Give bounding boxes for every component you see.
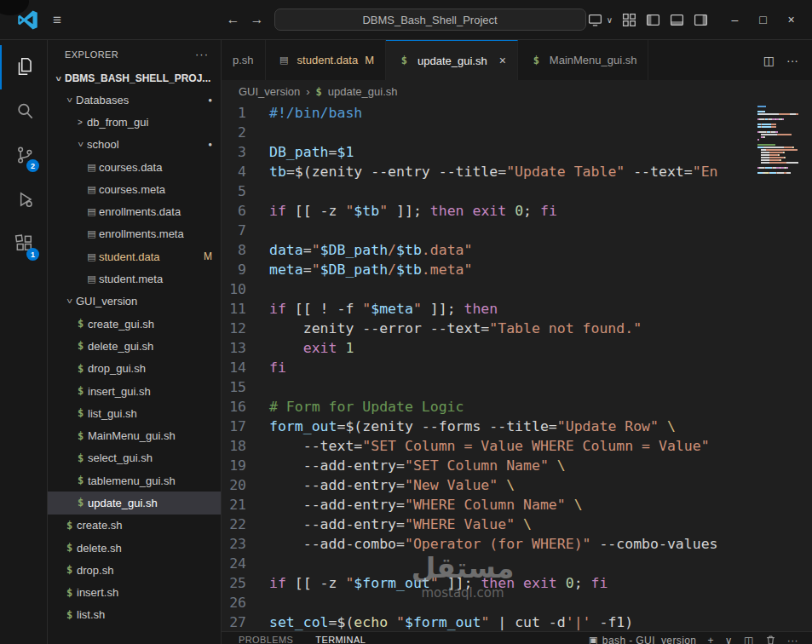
shell-icon: $ <box>73 497 88 509</box>
explorer-root-folder[interactable]: > DBMS_BASH_SHELL_PROJ... <box>48 68 221 89</box>
explorer-item-student.data[interactable]: ▤student.dataM <box>48 245 221 267</box>
breadcrumb-item-folder[interactable]: GUI_version <box>239 85 300 98</box>
explorer-item-drop_gui.sh[interactable]: $drop_gui.sh <box>48 358 221 380</box>
maximize-button[interactable]: □ <box>749 9 777 31</box>
explorer-item-db_from_gui[interactable]: >db_from_gui <box>48 111 221 133</box>
chevron-down-icon[interactable]: ∨ <box>607 15 613 25</box>
activity-run-debug-button[interactable] <box>0 178 47 222</box>
code-line: 11if [[ ! -f "$meta" ]]; then <box>222 299 756 319</box>
tab-terminal[interactable]: TERMINAL <box>315 635 366 644</box>
activity-explorer-button[interactable] <box>0 45 47 89</box>
explorer-item-Databases[interactable]: >Databases● <box>48 89 221 111</box>
chevron-down-icon: > <box>65 93 74 106</box>
close-button[interactable]: × <box>777 9 805 31</box>
tab-problems[interactable]: PROBLEMS <box>239 635 293 644</box>
tree-item-label: update_gui.sh <box>88 497 158 509</box>
explorer-item-enrollments.data[interactable]: ▤enrollments.data <box>48 200 221 222</box>
explorer-item-courses.data[interactable]: ▤courses.data <box>48 156 221 178</box>
line-number: 15 <box>222 377 269 397</box>
explorer-item-delete_gui.sh[interactable]: $delete_gui.sh <box>48 335 221 357</box>
window-controls: – □ × <box>721 9 805 31</box>
explorer-item-list.sh[interactable]: $list.sh <box>48 604 221 626</box>
more-actions-icon[interactable]: ··· <box>786 54 798 67</box>
command-center-search[interactable]: DBMS_Bash_Shell_Project <box>274 9 586 31</box>
shell-icon: $ <box>73 363 88 375</box>
line-number: 12 <box>222 319 269 338</box>
tree-item-label: db_from_gui <box>87 116 148 129</box>
explorer-item-drop.sh[interactable]: $drop.sh <box>48 559 221 581</box>
breadcrumb-separator: › <box>306 85 309 98</box>
new-terminal-icon[interactable]: + <box>707 635 713 644</box>
explorer-item-update_gui.sh[interactable]: $update_gui.sh <box>48 492 221 514</box>
explorer-item-insert.sh[interactable]: $insert.sh <box>48 582 221 604</box>
code-line: 24 <box>222 554 756 573</box>
code-line: 21 --add-entry="WHERE Column Name" \ <box>222 495 756 515</box>
activity-extensions-button[interactable]: 1 <box>0 222 47 267</box>
tab-student.data[interactable]: ▤student.dataM <box>266 40 386 80</box>
shell-icon: $ <box>62 587 77 599</box>
explorer-item-insert_gui.sh[interactable]: $insert_gui.sh <box>48 380 221 402</box>
terminal-icon: ▣ <box>589 635 598 644</box>
close-icon[interactable]: × <box>499 54 506 67</box>
forward-arrow-icon[interactable]: → <box>251 12 264 27</box>
chevron-right-icon: > <box>73 118 87 127</box>
line-number: 2 <box>222 123 269 142</box>
explorer-item-GUI_version[interactable]: >GUI_version <box>48 290 221 313</box>
explorer-item-courses.meta[interactable]: ▤courses.meta <box>48 178 221 200</box>
line-number: 18 <box>222 436 269 456</box>
tab-p.sh[interactable]: p.sh <box>222 40 266 80</box>
file-tree: >Databases●>db_from_gui>school●▤courses.… <box>48 89 221 644</box>
code-line: 5 <box>222 181 756 201</box>
customize-layout-icon[interactable] <box>619 9 640 31</box>
explorer-item-enrollments.meta[interactable]: ▤enrollments.meta <box>48 223 221 245</box>
activity-search-button[interactable] <box>0 89 47 134</box>
breadcrumb: GUI_version › $ update_gui.sh <box>222 80 812 103</box>
kill-terminal-icon[interactable] <box>765 635 776 644</box>
minimize-button[interactable]: – <box>721 9 749 31</box>
editor-pane: 1#!/bin/bash23DB_path=$14tb=$(zenity --e… <box>222 103 812 631</box>
code-line: 2 <box>222 123 756 142</box>
toggle-primary-sidebar-icon[interactable] <box>642 9 664 31</box>
line-number: 9 <box>222 260 269 279</box>
breadcrumb-item-file[interactable]: update_gui.sh <box>328 85 398 98</box>
explorer-item-student.meta[interactable]: ▤student.meta <box>48 267 221 290</box>
explorer-item-school[interactable]: >school● <box>48 134 221 156</box>
explorer-item-create_gui.sh[interactable]: $create_gui.sh <box>48 313 221 335</box>
activity-source-control-button[interactable]: 2 <box>0 134 47 178</box>
tree-item-label: school <box>87 138 119 151</box>
explorer-item-select_gui.sh[interactable]: $select_gui.sh <box>48 447 221 469</box>
hamburger-menu-icon[interactable]: ≡ <box>47 9 67 31</box>
file-icon: ▤ <box>84 228 99 239</box>
code-line: 7 <box>222 221 756 240</box>
share-window-icon[interactable] <box>585 9 606 31</box>
tree-item-label: enrollments.data <box>99 205 181 218</box>
explorer-item-delete.sh[interactable]: $delete.sh <box>48 537 221 559</box>
line-number: 26 <box>222 593 269 612</box>
explorer-sidebar: EXPLORER ··· > DBMS_BASH_SHELL_PROJ... >… <box>48 40 222 644</box>
line-number: 11 <box>222 299 269 319</box>
line-number: 3 <box>222 142 269 162</box>
bottom-panel-bar: PROBLEMS TERMINAL ▣ bash - GUI_version +… <box>222 631 812 644</box>
terminal-dropdown-icon[interactable]: ∨ <box>725 635 733 644</box>
tab-MainMenu_gui.sh[interactable]: $MainMenu_gui.sh <box>518 40 649 80</box>
tree-item-label: delete_gui.sh <box>88 340 153 353</box>
toggle-panel-icon[interactable] <box>666 9 688 31</box>
explorer-item-tablemenu_gui.sh[interactable]: $tablemenu_gui.sh <box>48 469 221 492</box>
minimap[interactable] <box>757 106 807 175</box>
toggle-secondary-sidebar-icon[interactable] <box>690 9 711 31</box>
more-actions-icon[interactable]: ··· <box>195 48 209 60</box>
tab-label: update_gui.sh <box>418 55 487 67</box>
tab-update_gui.sh[interactable]: $update_gui.sh× <box>386 40 518 80</box>
split-editor-icon[interactable]: ◫ <box>763 54 775 67</box>
panel-more-icon[interactable]: ··· <box>787 635 798 644</box>
line-number: 27 <box>222 612 269 631</box>
explorer-item-MainMenu_gui.sh[interactable]: $MainMenu_gui.sh <box>48 424 221 446</box>
split-terminal-icon[interactable]: ◫ <box>744 635 754 644</box>
back-arrow-icon[interactable]: ← <box>227 12 240 27</box>
line-number: 23 <box>222 534 269 554</box>
shell-icon: $ <box>316 86 322 98</box>
explorer-item-create.sh[interactable]: $create.sh <box>48 515 221 537</box>
editor-code[interactable]: 1#!/bin/bash23DB_path=$14tb=$(zenity --e… <box>222 103 756 631</box>
explorer-item-list_gui.sh[interactable]: $list_gui.sh <box>48 402 221 424</box>
terminal-instance[interactable]: ▣ bash - GUI_version <box>589 635 696 644</box>
